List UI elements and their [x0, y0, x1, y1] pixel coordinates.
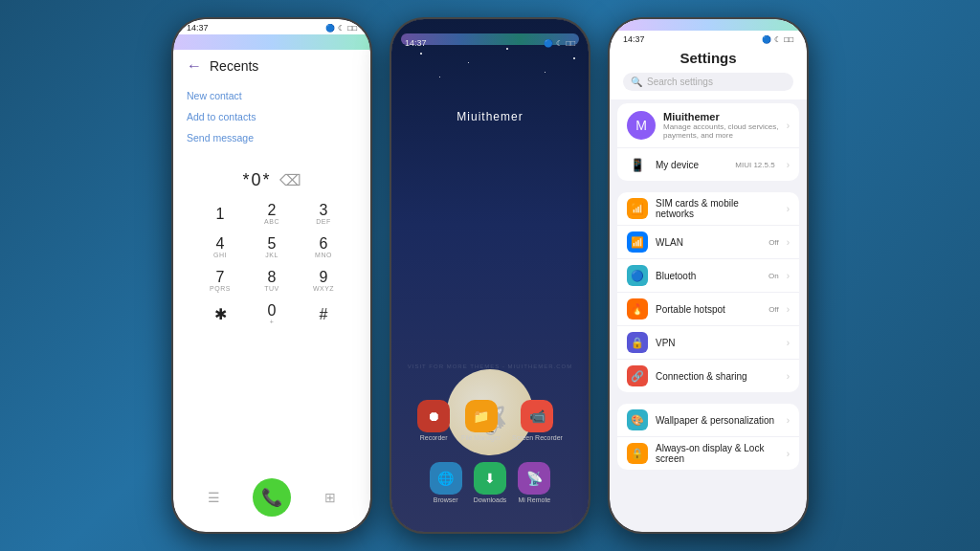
settings-item-wlan[interactable]: 📶 WLAN Off › [617, 225, 799, 258]
hotspot-text: Portable hotspot [656, 304, 761, 315]
status-icons-2: 🔵 ☾ □□ [544, 39, 575, 48]
key-9[interactable]: 9WXYZ [299, 265, 348, 297]
chevron-aod: › [787, 449, 790, 459]
divider-2 [610, 395, 807, 401]
time-3: 14:37 [623, 34, 645, 44]
add-to-contacts-action[interactable]: Add to contacts [187, 107, 357, 126]
backspace-icon[interactable]: ⌫ [279, 171, 301, 189]
profile-row[interactable]: M Miuithemer Manage accounts, cloud serv… [617, 103, 799, 147]
divider-1 [610, 184, 807, 189]
settings-item-bluetooth[interactable]: 🔵 Bluetooth On › [617, 258, 799, 292]
stars-background [391, 38, 589, 153]
my-device-label: My device [656, 160, 727, 170]
dialpad: 1 2ABC 3DEF 4GHI 5JKL 6MNO 7PQRS 8TUV 9W… [195, 198, 348, 330]
chevron-wlan: › [787, 237, 790, 248]
key-hash[interactable]: # [299, 298, 348, 330]
app-screen-recorder[interactable]: 📹 Screen Recorder [512, 400, 563, 441]
network-card: 📶 SIM cards & mobile networks › 📶 WLAN O… [617, 192, 799, 392]
settings-item-vpn[interactable]: 🔒 VPN › [617, 325, 799, 359]
aod-text: Always-on display & Lock screen [656, 443, 779, 464]
app-recorder[interactable]: ⏺ Recorder [417, 400, 450, 441]
settings-scroll: M Miuithemer Manage accounts, cloud serv… [610, 99, 807, 532]
dialer-bottom: ☰ 📞 ⊞ [173, 469, 370, 532]
home-screen: 14:37 🔵 ☾ □□ Miuithemer 🐺 VISIT FOR MORE… [391, 19, 589, 532]
send-message-action[interactable]: Send message [187, 128, 357, 147]
back-icon[interactable]: ← [187, 57, 202, 75]
key-8[interactable]: 8TUV [247, 265, 297, 297]
personalization-card: 🎨 Wallpaper & personalization › 🔒 Always… [617, 404, 799, 470]
settings-title: Settings [623, 46, 793, 69]
number-display: *0* ⌫ [242, 170, 301, 190]
dialer-header: ← Recents [173, 52, 370, 78]
key-4[interactable]: 4GHI [195, 231, 245, 263]
key-1[interactable]: 1 [195, 198, 245, 230]
apps-row-2: 🌐 Browser ⬇ Downloads 📡 Mi Remote [391, 462, 589, 503]
status-icons-3: 🔵☾□□ [762, 35, 793, 44]
dialed-number: *0* [242, 170, 271, 190]
wlan-status: Off [768, 238, 779, 247]
status-bar-3: 14:37 🔵☾□□ [623, 31, 793, 46]
wlan-label: WLAN [656, 237, 761, 248]
settings-item-hotspot[interactable]: 🔥 Portable hotspot Off › [617, 292, 799, 325]
my-device-row[interactable]: 📱 My device MIUI 12.5.5 › [617, 147, 799, 181]
dialer-display: *0* ⌫ 1 2ABC 3DEF 4GHI 5JKL 6MNO 7PQRS 8… [173, 155, 370, 469]
key-6[interactable]: 6MNO [299, 231, 348, 263]
chevron-right-icon: › [787, 121, 790, 131]
settings-wave [610, 19, 807, 31]
wave-decoration [173, 34, 370, 50]
chevron-connection: › [787, 371, 790, 382]
dialer-actions: New contact Add to contacts Send message [173, 78, 370, 155]
hotspot-icon: 🔥 [627, 298, 648, 320]
wlan-icon: 📶 [627, 231, 648, 253]
key-3[interactable]: 3DEF [299, 198, 348, 230]
vpn-icon: 🔒 [627, 332, 648, 353]
search-placeholder: Search settings [647, 77, 713, 87]
chevron-bt: › [787, 271, 790, 281]
connection-label: Connection & sharing [656, 371, 779, 382]
aod-icon: 🔒 [627, 443, 648, 464]
settings-search-bar[interactable]: 🔍 Search settings [623, 73, 793, 91]
wallpaper-icon: 🎨 [627, 409, 648, 430]
vpn-text: VPN [656, 338, 779, 348]
apps-row-1: ⏺ Recorder 📁 File Manager 📹 Screen Recor… [391, 400, 589, 441]
phone-2: 14:37 🔵 ☾ □□ Miuithemer 🐺 VISIT FOR MORE… [390, 17, 590, 534]
menu-icon[interactable]: ☰ [199, 483, 228, 512]
status-bar-1: 14:37 🔵 ☾ □□ [173, 19, 370, 34]
settings-screen: 14:37 🔵☾□□ Settings 🔍 Search settings M … [610, 19, 807, 532]
settings-item-aod[interactable]: 🔒 Always-on display & Lock screen › [617, 436, 799, 470]
settings-header: 14:37 🔵☾□□ Settings 🔍 Search settings [610, 19, 807, 99]
phone-3: 14:37 🔵☾□□ Settings 🔍 Search settings M … [608, 17, 809, 534]
sim-icon: 📶 [627, 198, 648, 219]
sim-label: SIM cards & mobile networks [656, 198, 779, 219]
app-file-manager[interactable]: 📁 File Manager [461, 400, 501, 441]
key-0[interactable]: 0+ [247, 298, 297, 330]
connection-text: Connection & sharing [656, 371, 779, 382]
hotspot-label: Portable hotspot [656, 304, 761, 315]
dialer-screen: 14:37 🔵 ☾ □□ ← Recents New contact Add t… [173, 19, 370, 532]
settings-item-connection[interactable]: 🔗 Connection & sharing › [617, 359, 799, 392]
bt-text: Bluetooth [656, 271, 761, 281]
key-7[interactable]: 7PQRS [195, 265, 245, 297]
key-star[interactable]: ✱ [195, 298, 245, 330]
settings-item-sim[interactable]: 📶 SIM cards & mobile networks › [617, 192, 799, 225]
new-contact-action[interactable]: New contact [187, 86, 357, 105]
chevron-wallpaper: › [787, 415, 790, 426]
app-downloads[interactable]: ⬇ Downloads [474, 462, 507, 503]
app-mi-remote[interactable]: 📡 Mi Remote [518, 462, 550, 503]
bluetooth-icon: 🔵 [627, 265, 648, 286]
hotspot-status: Off [768, 305, 779, 314]
call-button[interactable]: 📞 [253, 478, 291, 517]
time-2: 14:37 [405, 38, 427, 48]
bt-status: On [768, 272, 779, 280]
key-2[interactable]: 2ABC [247, 198, 297, 230]
profile-card: M Miuithemer Manage accounts, cloud serv… [617, 103, 799, 181]
profile-info: Miuithemer Manage accounts, cloud servic… [663, 111, 779, 140]
search-icon: 🔍 [631, 77, 642, 87]
contacts-icon[interactable]: ⊞ [316, 483, 345, 512]
app-browser[interactable]: 🌐 Browser [430, 462, 462, 503]
key-5[interactable]: 5JKL [247, 231, 297, 263]
settings-item-wallpaper[interactable]: 🎨 Wallpaper & personalization › [617, 404, 799, 436]
avatar: M [627, 111, 656, 140]
chevron-hotspot: › [787, 304, 790, 315]
status-icons-1: 🔵 ☾ □□ [325, 24, 357, 33]
